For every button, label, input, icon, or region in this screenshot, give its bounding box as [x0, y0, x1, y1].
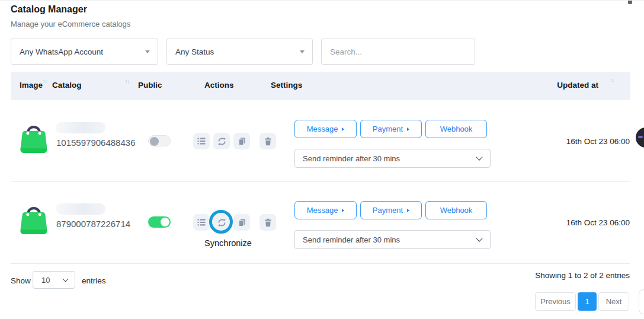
current-page[interactable]: 1 — [578, 292, 597, 311]
catalog-image — [18, 119, 50, 155]
column-header-public: Public — [138, 81, 162, 90]
webhook-button-label: Webhook — [440, 125, 473, 133]
show-label: Show — [11, 276, 31, 285]
scrollbar-fragment — [628, 1, 632, 4]
row-divider — [11, 263, 630, 264]
status-filter-value: Any Status — [175, 47, 214, 56]
message-button-label: Message — [307, 206, 338, 215]
status-filter[interactable]: Any Status — [166, 39, 313, 65]
copy-icon — [238, 218, 246, 227]
updated-at: 16th Oct 23 06:00 — [521, 137, 630, 146]
page-size-value: 10 — [41, 276, 50, 285]
submenu-caret-icon — [407, 209, 409, 212]
synchronize-tooltip: Synchronize — [196, 238, 261, 248]
list-items-button[interactable] — [193, 133, 210, 149]
whatsapp-account-filter[interactable]: Any WhatsApp Account — [11, 39, 158, 65]
reminder-select[interactable]: Send reminder after 30 mins — [294, 149, 491, 168]
entries-label: entries — [82, 276, 106, 285]
catalog-id: 879000787226714 — [56, 219, 130, 229]
catalog-name-redacted — [56, 122, 105, 133]
chevron-down-icon — [476, 235, 482, 241]
page-title: Catalog Manager — [11, 4, 87, 15]
trash-icon — [264, 137, 273, 146]
chevron-down-icon — [63, 276, 69, 282]
column-header-settings: Settings — [271, 81, 302, 90]
public-toggle[interactable] — [148, 135, 171, 146]
catalog-id: 1015597906488436 — [56, 138, 135, 148]
toggle-knob — [161, 218, 169, 227]
trash-icon — [264, 218, 273, 227]
synchronize-button[interactable] — [213, 133, 230, 149]
next-page-button[interactable]: Next — [598, 292, 629, 311]
payment-button-label: Payment — [373, 125, 403, 133]
list-items-button[interactable] — [193, 214, 210, 231]
message-button[interactable]: Message — [294, 120, 357, 138]
entries-summary: Showing 1 to 2 of 2 entries — [535, 271, 630, 280]
delete-button[interactable] — [259, 133, 276, 149]
duplicate-button[interactable] — [233, 133, 250, 149]
copy-icon — [238, 137, 246, 146]
payment-button[interactable]: Payment — [360, 120, 422, 138]
table-row: 879000787226714 — [0, 181, 644, 263]
column-header-updated-at[interactable]: Updated at — [557, 81, 598, 90]
list-icon — [197, 136, 206, 146]
reminder-select-value: Send reminder after 30 mins — [303, 154, 400, 163]
toggle-knob — [150, 137, 159, 146]
submenu-caret-icon — [342, 209, 344, 212]
column-header-actions: Actions — [204, 81, 234, 90]
search-input[interactable] — [321, 39, 475, 65]
payment-button[interactable]: Payment — [360, 201, 422, 219]
dropdown-caret-icon — [145, 50, 150, 53]
webhook-button-label: Webhook — [440, 206, 473, 215]
submenu-caret-icon — [407, 127, 409, 131]
sort-icon[interactable]: ↑↓ — [125, 78, 129, 84]
column-header-image[interactable]: Image — [20, 81, 43, 90]
sort-icon[interactable]: ↑↓ — [43, 78, 47, 84]
list-icon — [197, 218, 206, 227]
reminder-select[interactable]: Send reminder after 30 mins — [294, 230, 491, 249]
page-size-select[interactable]: 10 — [33, 271, 75, 289]
sort-icon[interactable]: ↑↓ — [610, 77, 614, 83]
public-toggle[interactable] — [148, 216, 171, 228]
updated-at: 16th Oct 23 06:00 — [521, 218, 630, 227]
dropdown-caret-icon — [300, 50, 305, 53]
chevron-down-icon — [476, 154, 482, 160]
message-button-label: Message — [307, 125, 338, 133]
shopping-bag-icon — [18, 119, 50, 155]
webhook-button[interactable]: Webhook — [425, 201, 487, 219]
highlight-circle-annotation — [209, 210, 233, 234]
table-row: 1015597906488436 — [0, 100, 644, 181]
submenu-caret-icon — [342, 127, 344, 131]
synchronize-icon — [217, 136, 227, 146]
catalog-manager-page: Catalog Manager Manage your eCommerce ca… — [0, 0, 644, 319]
whatsapp-account-filter-value: Any WhatsApp Account — [20, 47, 103, 56]
duplicate-button[interactable] — [233, 214, 250, 231]
message-button[interactable]: Message — [294, 201, 357, 219]
delete-button[interactable] — [259, 214, 276, 231]
catalog-image — [18, 200, 50, 236]
column-header-catalog[interactable]: Catalog — [52, 81, 82, 90]
shopping-bag-icon — [18, 200, 50, 236]
catalog-name-redacted — [56, 203, 105, 215]
previous-page-button[interactable]: Previous — [535, 292, 576, 311]
payment-button-label: Payment — [373, 206, 403, 215]
edge-clipped-button[interactable] — [639, 289, 644, 314]
table-header: Image ↑↓ Catalog ↑↓ Public Actions Setti… — [11, 72, 630, 100]
widget-accent — [638, 136, 643, 138]
page-subtitle: Manage your eCommerce catalogs — [11, 20, 130, 28]
webhook-button[interactable]: Webhook — [425, 120, 487, 138]
reminder-select-value: Send reminder after 30 mins — [303, 235, 400, 244]
